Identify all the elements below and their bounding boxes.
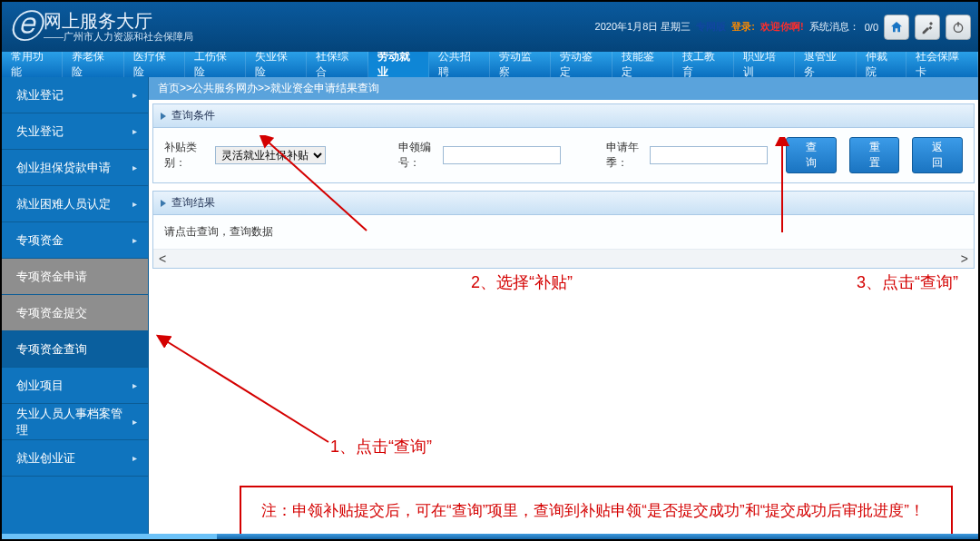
sidebar-item-label: 专项资金申请: [16, 269, 87, 285]
sidebar-item-1[interactable]: 失业登记▸: [2, 113, 148, 150]
chevron-right-icon: ▸: [132, 235, 137, 245]
apply-no-field: 申领编号：: [398, 140, 560, 171]
annotation-2: 2、选择“补贴”: [471, 271, 573, 293]
nav-item-3[interactable]: 工伤保险: [185, 52, 246, 77]
app-title: 网上服务大厅: [44, 11, 193, 31]
action-buttons: 查 询 重 置 返 回: [786, 137, 963, 173]
apply-no-label: 申领编号：: [398, 140, 438, 171]
query-button[interactable]: 查 询: [786, 137, 837, 173]
wrench-icon: [920, 20, 935, 34]
sidebar-item-7[interactable]: 专项资金查询: [2, 331, 148, 368]
subsidy-field: 补贴类别： 灵活就业社保补贴: [164, 140, 326, 171]
sidebar-item-9[interactable]: 失业人员人事档案管理▸: [2, 404, 148, 440]
login-label: 登录:: [731, 20, 755, 34]
sidebar-item-label: 就业登记: [16, 87, 64, 103]
query-form: 补贴类别： 灵活就业社保补贴 申领编号： 申请年季： 查 询 重 置 返 回: [153, 128, 974, 182]
svg-rect-1: [957, 22, 958, 26]
content-area: 首页>>公共服务网办>>就业资金申请结果查询 查询条件 补贴类别： 灵活就业社保…: [149, 77, 978, 534]
home-icon: [889, 20, 904, 34]
logo-icon: ⓔ: [9, 5, 42, 49]
sidebar-item-10[interactable]: 就业创业证▸: [2, 440, 148, 477]
header-date: 2020年1月8日 星期三: [595, 20, 691, 34]
chevron-right-icon: ▸: [132, 90, 137, 100]
result-panel: 查询结果 请点击查询，查询数据 < >: [152, 191, 975, 269]
caret-right-icon: [161, 200, 166, 207]
nav-item-5[interactable]: 社保综合: [307, 52, 368, 77]
welcome-text: 欢迎你啊!: [760, 20, 804, 34]
header-right: 2020年1月8日 星期三 专网版 登录: 欢迎你啊! 系统消息： 0/0: [595, 15, 971, 40]
query-panel: 查询条件 补贴类别： 灵活就业社保补贴 申领编号： 申请年季：: [152, 103, 975, 183]
sidebar-item-label: 创业项目: [16, 378, 64, 394]
svg-line-2: [165, 340, 328, 442]
sidebar-item-label: 失业登记: [16, 123, 64, 140]
sidebar-item-0[interactable]: 就业登记▸: [2, 77, 148, 113]
sidebar-item-label: 失业人员人事档案管理: [16, 406, 132, 438]
nav-item-0[interactable]: 常用功能: [2, 52, 63, 77]
sidebar-item-6[interactable]: 专项资金提交: [2, 295, 148, 331]
chevron-right-icon: ▸: [132, 199, 137, 209]
chevron-right-icon: ▸: [132, 417, 137, 427]
note-box: 注：申领补贴提交后，可在“查询”项里，查询到补贴申领“是否提交成功”和“提交成功…: [240, 486, 953, 536]
bottom-scrollbar[interactable]: [2, 534, 978, 539]
sidebar-item-label: 专项资金: [16, 232, 64, 249]
nav-item-8[interactable]: 劳动监察: [490, 52, 551, 77]
nav-item-9[interactable]: 劳动鉴定: [551, 52, 612, 77]
result-panel-head: 查询结果: [153, 192, 974, 215]
scroll-left-icon[interactable]: <: [159, 251, 166, 266]
result-empty-message: 请点击查询，查询数据: [153, 215, 974, 250]
apply-year-input[interactable]: [650, 146, 768, 164]
logo: ⓔ 网上服务大厅 ——广州市人力资源和社会保障局: [2, 5, 193, 49]
apply-no-input[interactable]: [443, 146, 561, 164]
subsidy-label: 补贴类别：: [164, 140, 211, 171]
nav-item-4[interactable]: 失业保险: [246, 52, 307, 77]
header-version: 专网版: [696, 20, 726, 34]
power-icon: [951, 20, 965, 34]
sidebar-item-2[interactable]: 创业担保贷款申请▸: [2, 150, 148, 186]
chevron-right-icon: ▸: [132, 126, 137, 136]
scrollbar-thumb[interactable]: [2, 534, 217, 539]
sidebar-item-3[interactable]: 就业困难人员认定▸: [2, 186, 148, 222]
sidebar-item-4[interactable]: 专项资金▸: [2, 222, 148, 259]
nav-item-11[interactable]: 技工教育: [673, 52, 734, 77]
chevron-right-icon: ▸: [132, 162, 137, 172]
apply-year-label: 申请年季：: [606, 140, 646, 171]
sysmsg-count: 0/0: [865, 22, 878, 33]
sidebar: 就业登记▸失业登记▸创业担保贷款申请▸就业困难人员认定▸专项资金▸专项资金申请专…: [2, 77, 149, 534]
result-scrollbar: < >: [153, 250, 974, 268]
annotation-3: 3、点击“查询”: [857, 271, 958, 293]
power-button[interactable]: [946, 15, 971, 40]
nav-item-7[interactable]: 公共招聘: [429, 52, 490, 77]
nav-item-6[interactable]: 劳动就业: [368, 52, 429, 77]
nav-item-1[interactable]: 养老保险: [63, 52, 123, 77]
sidebar-item-label: 专项资金查询: [16, 341, 87, 358]
sidebar-item-8[interactable]: 创业项目▸: [2, 368, 148, 404]
result-panel-title: 查询结果: [172, 195, 215, 211]
nav-item-15[interactable]: 社会保障卡: [906, 52, 978, 77]
query-panel-title: 查询条件: [172, 108, 215, 123]
sidebar-item-label: 创业担保贷款申请: [16, 160, 111, 176]
reset-button[interactable]: 重 置: [849, 137, 900, 173]
home-button[interactable]: [884, 15, 909, 40]
apply-year-field: 申请年季：: [606, 140, 768, 171]
breadcrumb: 首页>>公共服务网办>>就业资金申请结果查询: [149, 77, 978, 100]
tools-button[interactable]: [915, 15, 940, 40]
sidebar-item-5[interactable]: 专项资金申请: [2, 259, 148, 295]
app-subtitle: ——广州市人力资源和社会保障局: [44, 31, 193, 42]
sysmsg-label: 系统消息：: [809, 20, 859, 34]
nav-item-14[interactable]: 仲裁院: [857, 52, 907, 77]
nav-item-10[interactable]: 技能鉴定: [612, 52, 673, 77]
app-header: ⓔ 网上服务大厅 ——广州市人力资源和社会保障局 2020年1月8日 星期三 专…: [2, 2, 978, 52]
sidebar-item-label: 就业困难人员认定: [16, 196, 111, 212]
nav-item-13[interactable]: 退管业务: [795, 52, 856, 77]
back-button[interactable]: 返 回: [912, 137, 963, 173]
nav-item-12[interactable]: 职业培训: [734, 52, 795, 77]
chevron-right-icon: ▸: [132, 380, 137, 390]
top-navbar: 常用功能养老保险医疗保险工伤保险失业保险社保综合劳动就业公共招聘劳动监察劳动鉴定…: [2, 52, 978, 77]
arrow-1: [156, 333, 338, 449]
caret-right-icon: [161, 113, 166, 120]
sidebar-item-label: 就业创业证: [16, 450, 75, 467]
chevron-right-icon: ▸: [132, 453, 137, 463]
scroll-right-icon[interactable]: >: [961, 251, 968, 266]
nav-item-2[interactable]: 医疗保险: [124, 52, 185, 77]
subsidy-select[interactable]: 灵活就业社保补贴: [215, 146, 326, 164]
